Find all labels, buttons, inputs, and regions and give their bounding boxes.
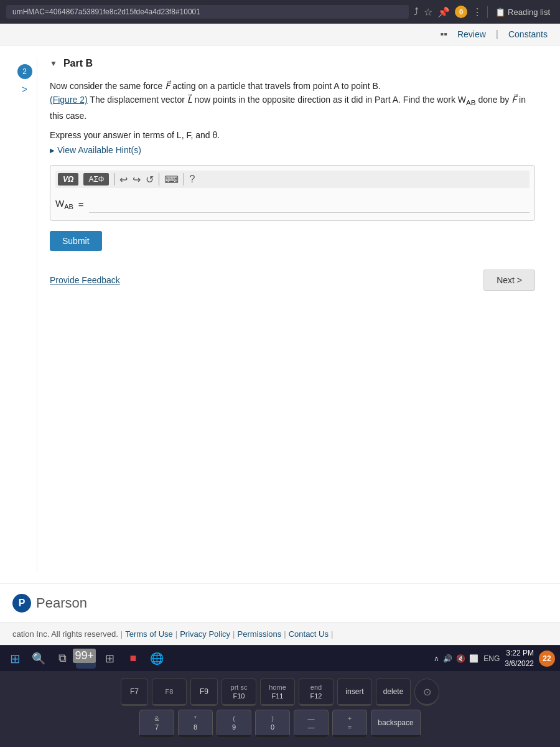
search-icon[interactable]: 🔍 <box>29 649 49 669</box>
taskview-icon[interactable]: ⧉ <box>52 649 72 669</box>
content-body: 2 > ▼ Part B Now consider the same force… <box>0 45 560 583</box>
math-input-container: VΩ ΑΣΦ ↩ ↪ ↺ ⌨ ? WAB <box>50 165 535 221</box>
key-f10[interactable]: prt sc F10 <box>222 679 256 706</box>
view-hints-link[interactable]: View Available Hint(s) <box>50 145 535 155</box>
pearson-name: Pearson <box>36 595 87 611</box>
pearson-area: P Pearson <box>0 583 560 622</box>
reading-list-button[interactable]: 📋 Reading list <box>487 6 554 18</box>
permissions-link[interactable]: Permissions <box>237 629 281 639</box>
footer-prefix: cation Inc. All rights reserved. <box>12 629 118 639</box>
math-toolbar: VΩ ΑΣΦ ↩ ↪ ↺ ⌨ ? <box>55 171 530 188</box>
battery-icon[interactable]: ⬜ <box>469 654 478 663</box>
answer-input[interactable] <box>89 195 530 213</box>
review-link[interactable]: Review <box>457 29 486 39</box>
express-line: Express your answer in terms of L, F, an… <box>50 130 535 140</box>
equals-sign: = <box>78 199 84 210</box>
toolbar-sep-3 <box>184 173 184 186</box>
share-icon[interactable]: ⤴ <box>414 6 419 17</box>
key-8[interactable]: * 8 <box>178 710 213 737</box>
redo-icon[interactable]: ↪ <box>133 174 141 186</box>
figure-link[interactable]: (Figure 2) <box>50 95 88 105</box>
eng-label[interactable]: ENG <box>483 654 500 663</box>
part-title: Part B <box>63 58 93 69</box>
key-f11[interactable]: home F11 <box>260 679 295 706</box>
bottom-row: Provide Feedback Next > <box>50 270 535 291</box>
sidebar-number: 2 <box>17 64 32 79</box>
key-backspace[interactable]: backspace <box>371 710 421 737</box>
submit-button[interactable]: Submit <box>50 231 102 251</box>
question-text: Now consider the same force F⃗ acting on… <box>50 79 535 123</box>
next-button[interactable]: Next > <box>483 270 535 291</box>
taskbar-time: 3:22 PM 3/6/2022 <box>505 648 534 669</box>
part-header: ▼ Part B <box>50 58 535 69</box>
key-f7[interactable]: F7 <box>121 679 148 706</box>
math-greek-btn[interactable]: ΑΣΦ <box>83 173 109 186</box>
separator-1: | <box>496 29 498 40</box>
undo-icon[interactable]: ↩ <box>119 174 128 186</box>
address-bar[interactable]: umHMAC=4064867a53891fe8c2d15fde4a4d23f8#… <box>6 5 409 19</box>
review-icon: ▪▪ <box>441 29 447 40</box>
key-9[interactable]: ( 9 <box>217 710 251 737</box>
key-insert[interactable]: insert <box>337 679 372 706</box>
toolbar-sep-2 <box>159 173 159 186</box>
red-app-icon[interactable]: ■ <box>123 649 143 669</box>
menu-icon[interactable]: ⋮ <box>472 6 482 18</box>
math-italic-btn[interactable]: VΩ <box>58 173 78 186</box>
key-circle[interactable]: ⊙ <box>414 679 439 706</box>
constants-link[interactable]: Constants <box>508 29 548 39</box>
provide-feedback-link[interactable]: Provide Feedback <box>50 275 120 285</box>
url-text: umHMAC=4064867a53891fe8c2d15fde4a4d23f8#… <box>12 7 200 16</box>
browser-bar: umHMAC=4064867a53891fe8c2d15fde4a4d23f8#… <box>0 0 560 24</box>
key-f9[interactable]: F9 <box>190 679 218 706</box>
expand-icon[interactable]: ∧ <box>434 654 439 663</box>
key-f12[interactable]: end F12 <box>299 679 334 706</box>
key-f8[interactable]: F8 <box>152 679 187 706</box>
wab-row: WAB = <box>55 193 530 215</box>
sidebar: 2 > <box>12 58 37 571</box>
collapse-arrow[interactable]: ▼ <box>50 59 57 68</box>
key-equals[interactable]: + = <box>332 710 367 737</box>
question-area: ▼ Part B Now consider the same force F⃗ … <box>50 58 535 571</box>
app-icon-1[interactable]: ■ 99+ <box>76 649 96 669</box>
system-tray: ∧ 🔊 🔇 ⬜ <box>434 654 478 663</box>
main-content: ▪▪ Review | Constants 2 > ▼ Part B Now c… <box>0 24 560 645</box>
help-icon[interactable]: ? <box>189 174 195 185</box>
taskbar-right: ∧ 🔊 🔇 ⬜ ENG 3:22 PM 3/6/2022 22 <box>434 648 555 669</box>
windows-icon[interactable]: ⊞ <box>5 649 25 669</box>
reading-list-icon: 📋 <box>495 7 505 17</box>
taskbar: ⊞ 🔍 ⧉ ■ 99+ ⊞ ■ 🌐 ∧ 🔊 🔇 ⬜ ENG 3:22 PM 3/… <box>0 645 560 671</box>
contact-link[interactable]: Contact Us <box>289 629 329 639</box>
sidebar-arrow[interactable]: > <box>22 84 27 95</box>
app-badge: 99+ <box>73 649 96 663</box>
keyboard-area: F7 F8 F9 prt sc F10 home F11 end F12 ins… <box>0 671 560 747</box>
refresh-icon[interactable]: ↺ <box>146 174 154 186</box>
star-icon[interactable]: ☆ <box>424 6 432 18</box>
pearson-icon: P <box>12 594 31 613</box>
chrome-icon[interactable]: 🌐 <box>147 649 167 669</box>
network-icon[interactable]: 🔊 <box>443 654 452 663</box>
fn-key-row: F7 F8 F9 prt sc F10 home F11 end F12 ins… <box>10 679 550 706</box>
toolbar-sep-1 <box>114 173 114 186</box>
footer: cation Inc. All rights reserved. | Terms… <box>0 622 560 645</box>
volume-icon[interactable]: 🔇 <box>456 654 465 663</box>
key-0[interactable]: ) 0 <box>255 710 290 737</box>
terms-link[interactable]: Terms of Use <box>125 629 173 639</box>
pin-icon[interactable]: 📌 <box>437 6 450 18</box>
grid-app-icon[interactable]: ⊞ <box>100 649 119 669</box>
browser-icons: ⤴ ☆ 📌 0 ⋮ 📋 Reading list <box>414 6 554 18</box>
privacy-link[interactable]: Privacy Policy <box>180 629 230 639</box>
user-avatar[interactable]: 22 <box>539 651 555 667</box>
key-minus[interactable]: — — <box>294 710 329 737</box>
key-delete[interactable]: delete <box>376 679 411 706</box>
wab-label: WAB <box>55 198 73 210</box>
keyboard-icon[interactable]: ⌨ <box>164 174 179 186</box>
key-7[interactable]: & 7 <box>139 710 174 737</box>
number-key-row: & 7 * 8 ( 9 ) 0 — — + = backspace <box>10 710 550 737</box>
top-controls: ▪▪ Review | Constants <box>0 24 560 45</box>
pearson-logo: P Pearson <box>12 594 548 613</box>
profile-badge[interactable]: 0 <box>455 6 467 18</box>
